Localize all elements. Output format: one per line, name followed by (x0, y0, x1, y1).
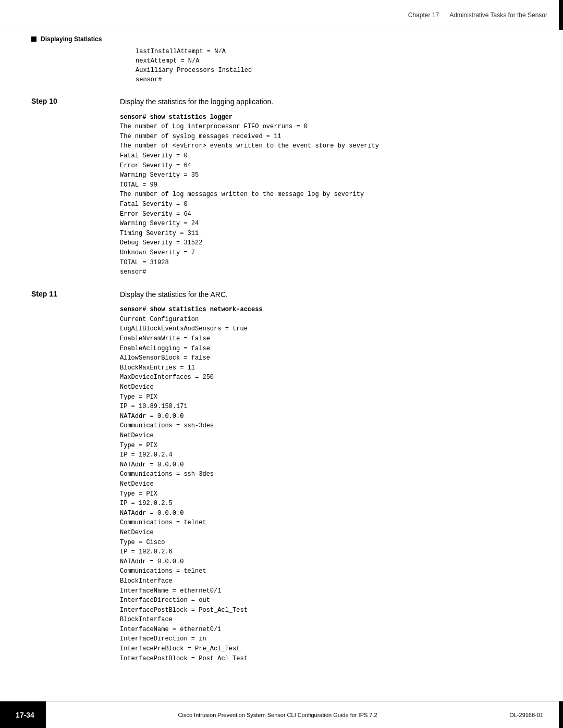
code-line: Timing Severity = 311 (120, 229, 542, 239)
header-title: Administrative Tasks for the Sensor (449, 11, 547, 19)
header-bar: Chapter 17 Administrative Tasks for the … (0, 0, 563, 30)
step-number: 10 (49, 97, 57, 105)
code-line: Communications = ssh-3des (120, 421, 542, 431)
code-line: BlockInterface (120, 615, 542, 625)
code-line: NATAddr = 0.0.0.0 (120, 509, 542, 519)
code-line: NetDevice (120, 528, 542, 538)
code-line: The number of Log interprocessor FIFO ov… (120, 122, 542, 132)
code-line: Warning Severity = 35 (120, 170, 542, 180)
step-10: Step 10Display the statistics for the lo… (31, 97, 542, 277)
code-line: InterfaceName = ethernet0/1 (120, 625, 542, 635)
code-line: sensor# (120, 267, 542, 277)
steps-container: Step 10Display the statistics for the lo… (31, 97, 542, 663)
step-code-10: sensor# show statistics loggerThe number… (120, 113, 542, 277)
step-11: Step 11Display the statistics for the AR… (31, 290, 542, 664)
main-content: lastInstallAttempt = N/A nextAttempt = N… (31, 31, 542, 697)
code-line: Current Configuration (120, 315, 542, 325)
code-line: Type = PIX (120, 392, 542, 402)
code-line: IP = 192.0.2.5 (120, 499, 542, 509)
code-line: NATAddr = 0.0.0.0 (120, 460, 542, 470)
code-line: InterfaceDirection = in (120, 634, 542, 644)
code-line: BlockMaxEntries = 11 (120, 363, 542, 373)
code-line: sensor# show statistics logger (120, 113, 542, 122)
intro-code-line: nextAttempt = N/A (136, 56, 542, 66)
code-line: Communications = telnet (120, 518, 542, 528)
step-content-11: Display the statistics for the ARC.senso… (120, 290, 542, 664)
code-line: BlockInterface (120, 576, 542, 586)
intro-code-line: lastInstallAttempt = N/A (136, 47, 542, 56)
code-line: NetDevice (120, 431, 542, 441)
step-label-10: Step 10 (31, 97, 120, 105)
code-line: NetDevice (120, 382, 542, 392)
code-line: Type = Cisco (120, 538, 542, 548)
code-line: AllowSensorBlock = false (120, 353, 542, 363)
chapter-label: Chapter 17 (408, 11, 439, 19)
code-line: Error Severity = 64 (120, 161, 542, 171)
footer-right-text: OL-29168-01 (509, 712, 559, 718)
code-line: EnableAclLogging = false (120, 344, 542, 354)
code-line: MaxDeviceInterfaces = 250 (120, 373, 542, 382)
step-description-10: Display the statistics for the logging a… (120, 97, 542, 107)
code-line: Communications = ssh-3des (120, 470, 542, 479)
step-number: 11 (49, 290, 57, 298)
code-line: InterfacePreBlock = Pre_Acl_Test (120, 644, 542, 654)
step-label-11: Step 11 (31, 290, 120, 298)
step-description-11: Display the statistics for the ARC. (120, 290, 542, 300)
code-line: IP = 192.0.2.4 (120, 450, 542, 460)
intro-code-line: Auxilliary Processors Installed (136, 66, 542, 75)
header-right-border (559, 0, 563, 30)
code-line: LogAllBlockEventsAndSensors = true (120, 324, 542, 334)
code-line: NATAddr = 0.0.0.0 (120, 412, 542, 422)
footer: 17-34 Cisco Intrusion Prevention System … (0, 701, 563, 728)
code-line: Fatal Severity = 0 (120, 151, 542, 161)
code-line: Fatal Severity = 0 (120, 200, 542, 209)
code-line: Debug Severity = 31522 (120, 238, 542, 248)
step-content-10: Display the statistics for the logging a… (120, 97, 542, 277)
code-line: The number of log messages written to th… (120, 190, 542, 200)
code-line: Communications = telnet (120, 566, 542, 576)
page-container: Chapter 17 Administrative Tasks for the … (0, 0, 563, 728)
code-line: Error Severity = 64 (120, 209, 542, 219)
step-code-11: sensor# show statistics network-accessCu… (120, 305, 542, 663)
code-line: The number of <evError> events written t… (120, 141, 542, 151)
intro-code-block: lastInstallAttempt = N/A nextAttempt = N… (136, 47, 542, 84)
header-chapter: Chapter 17 Administrative Tasks for the … (408, 11, 547, 19)
code-line: Type = PIX (120, 441, 542, 451)
code-line: IP = 10.89.150.171 (120, 402, 542, 412)
code-line: InterfaceName = ethernet0/1 (120, 586, 542, 596)
code-line: TOTAL = 99 (120, 180, 542, 190)
code-line: EnableNvramWrite = false (120, 334, 542, 344)
code-line: Unknown Severity = 7 (120, 248, 542, 258)
code-line: Warning Severity = 24 (120, 219, 542, 229)
code-line: NetDevice (120, 479, 542, 489)
footer-left-border (0, 701, 4, 728)
step-word: Step (31, 97, 49, 105)
code-line: The number of syslog messages received =… (120, 132, 542, 142)
code-line: sensor# show statistics network-access (120, 305, 542, 315)
step-word: Step (31, 290, 49, 298)
footer-page-number: 17-34 (4, 701, 46, 728)
footer-right-border (559, 701, 563, 728)
footer-center-text: Cisco Intrusion Prevention System Sensor… (46, 712, 509, 718)
code-line: NATAddr = 0.0.0.0 (120, 557, 542, 567)
code-line: InterfacePostBlock = Post_Acl_Test (120, 606, 542, 615)
intro-code-line: sensor# (136, 75, 542, 84)
code-line: InterfacePostBlock = Post_Acl_Test (120, 654, 542, 664)
code-line: InterfaceDirection = out (120, 596, 542, 606)
code-line: TOTAL = 31928 (120, 258, 542, 268)
code-line: Type = PIX (120, 489, 542, 499)
code-line: IP = 192.0.2.6 (120, 547, 542, 557)
